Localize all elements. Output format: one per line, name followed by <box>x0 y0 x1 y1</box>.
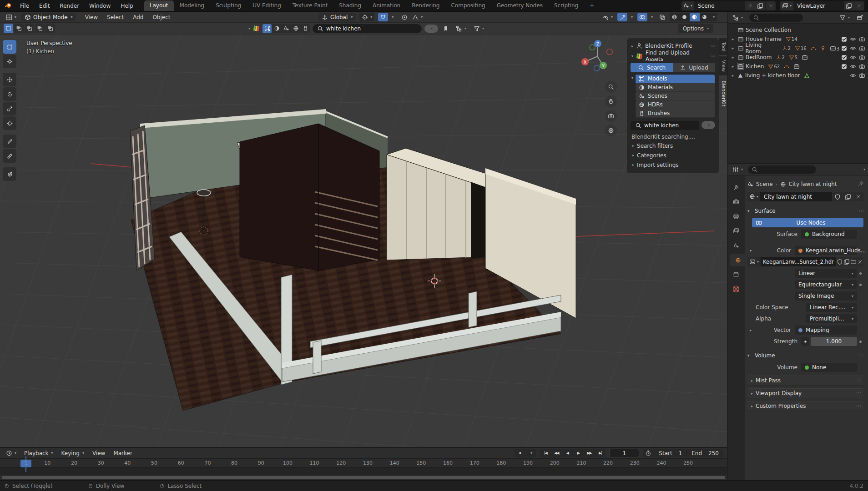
record-icon[interactable] <box>515 449 525 457</box>
tool-transform[interactable] <box>3 116 16 130</box>
playhead[interactable] <box>25 456 26 472</box>
render-visibility-icon[interactable] <box>859 72 865 79</box>
tab-geometry-nodes[interactable]: Geometry Nodes <box>491 0 548 11</box>
panel-viewport-display[interactable]: ▸Viewport Display∷∷ <box>747 388 863 398</box>
outliner-search[interactable] <box>749 14 803 22</box>
tab-rendering[interactable]: Rendering <box>406 0 445 11</box>
image-name-field[interactable]: KeeganLarw...Sunset_2.hdr <box>761 257 836 266</box>
outliner-row-living-kichen-floor[interactable]: ▸living + kichen floor <box>728 71 867 80</box>
shading-dropdown[interactable]: ▾ <box>710 13 717 21</box>
selectability-checkbox[interactable] <box>841 64 847 70</box>
tool-select-box[interactable] <box>3 40 16 54</box>
render-visibility-icon[interactable] <box>859 54 865 60</box>
breadcrumb-world[interactable]: City lawn at night <box>789 181 837 187</box>
ortho-toggle-icon[interactable] <box>605 125 617 136</box>
tab-scene[interactable] <box>729 239 743 252</box>
timeline-ruler[interactable]: 1 10203040506070809010011012013014015016… <box>0 459 727 468</box>
snap-toggle[interactable] <box>378 13 388 21</box>
selectability-checkbox[interactable] <box>841 36 847 42</box>
shading-solid[interactable] <box>680 13 690 21</box>
tab-animation[interactable]: Animation <box>367 0 406 11</box>
current-frame-field[interactable]: 1 <box>609 449 639 457</box>
asset-type-item-scenes[interactable]: Scenes <box>636 92 715 100</box>
tool-add-cube[interactable] <box>3 167 16 181</box>
surface-panel-header[interactable]: ▾ Surface ∷∷ <box>747 206 863 216</box>
unlink-image-button[interactable] <box>857 257 863 266</box>
outliner-filter-dropdown[interactable]: ▾ <box>837 13 852 22</box>
tab-upload[interactable]: Upload <box>673 63 715 72</box>
outliner-row-bedroom[interactable]: ▸BedRoom25 <box>728 53 867 62</box>
render-visibility-icon[interactable] <box>859 36 865 42</box>
search-history-dropdown[interactable]: ▾ <box>424 25 438 33</box>
menu-keying[interactable]: Keying▾ <box>58 449 88 458</box>
tab-output[interactable] <box>729 210 743 223</box>
collapse-icon[interactable]: ▾ <box>248 26 250 30</box>
tool-annotate[interactable] <box>3 135 16 148</box>
select-mode-intersect[interactable] <box>45 24 55 33</box>
source-dropdown[interactable]: Single Image▾ <box>795 291 857 301</box>
tool-move[interactable] <box>3 73 16 86</box>
tab-world[interactable] <box>730 254 746 266</box>
use-nodes-button[interactable]: Use Nodes <box>752 218 863 227</box>
end-frame-field[interactable]: End250 <box>686 450 723 456</box>
tab-texture-paint[interactable]: Texture Paint <box>287 0 333 11</box>
viewlayer-name[interactable]: ViewLayer <box>793 3 843 9</box>
panel-mist-pass[interactable]: ▸Mist Pass∷∷ <box>747 376 863 386</box>
xray-toggle[interactable] <box>657 13 667 21</box>
world-name-field[interactable]: City lawn at night <box>760 192 832 201</box>
tab-render[interactable] <box>729 195 743 208</box>
scene-datablock-icon[interactable]: ▾ <box>681 1 694 10</box>
menu-select[interactable]: Select <box>103 14 127 20</box>
expander-icon[interactable]: ▸ <box>730 64 736 69</box>
filter-dropdown[interactable]: ▾ <box>471 24 486 33</box>
zoom-icon[interactable] <box>605 81 617 93</box>
expander-icon[interactable]: ▸ <box>730 46 736 50</box>
asset-type-item-materials[interactable]: Materials <box>636 83 715 92</box>
select-mode-new[interactable] <box>4 24 13 33</box>
panel-search-input[interactable] <box>644 122 695 129</box>
menu-edit[interactable]: Edit <box>35 1 54 10</box>
asset-browser-dropdown[interactable]: ▾ <box>454 24 469 33</box>
menu-marker[interactable]: Marker <box>110 449 136 458</box>
pan-hand-icon[interactable] <box>605 95 617 107</box>
surface-shader-field[interactable]: Background <box>801 230 857 239</box>
options-button[interactable]: Options▾ <box>678 24 713 33</box>
outliner-row-living-room[interactable]: ▸Living Room2163 <box>728 44 867 53</box>
tab-collection[interactable] <box>729 268 743 281</box>
use-preview-range-icon[interactable] <box>643 450 654 456</box>
hide-eye-icon[interactable] <box>850 45 856 51</box>
tab-view-layer[interactable] <box>729 225 743 237</box>
tab-sculpting[interactable]: Sculpting <box>210 0 247 11</box>
proportional-edit-toggle[interactable] <box>399 13 409 21</box>
object-visibility-dropdown[interactable]: ▾ <box>600 13 615 21</box>
delete-scene-button[interactable] <box>766 1 776 10</box>
projection-dropdown[interactable]: Equirectangular▾ <box>795 280 857 289</box>
tab-texture[interactable] <box>729 283 743 296</box>
panel-search-history[interactable]: ▾ <box>701 121 715 129</box>
side-tab-blenderkit[interactable]: BlenderKit <box>719 77 727 110</box>
asset-type-scenes[interactable] <box>282 24 291 33</box>
render-visibility-icon[interactable] <box>859 45 865 51</box>
add-workspace-button[interactable]: + <box>584 0 600 11</box>
bookmark-icon[interactable] <box>441 24 451 33</box>
pin-icon[interactable] <box>858 181 863 188</box>
overlays-toggle[interactable] <box>637 13 647 21</box>
properties-search[interactable] <box>748 165 816 174</box>
jump-to-end-button[interactable]: ▶| <box>595 449 606 457</box>
camera-view-icon[interactable] <box>605 110 617 122</box>
scene-name[interactable]: Scene <box>694 3 744 9</box>
hide-eye-icon[interactable] <box>850 36 856 42</box>
timeline-editor-type[interactable]: ▾ <box>4 449 19 457</box>
menu-file[interactable]: File <box>15 1 34 10</box>
menu-view[interactable]: View <box>89 449 109 458</box>
menu-help[interactable]: Help <box>116 1 137 10</box>
panel-custom-properties[interactable]: ▸Custom Properties∷∷ <box>747 401 863 411</box>
selectability-checkbox[interactable] <box>841 45 847 51</box>
editor-type-button[interactable]: ▾ <box>4 13 19 21</box>
tool-cursor[interactable] <box>3 55 16 68</box>
gizmos-toggle[interactable] <box>617 13 627 21</box>
section-search-filters[interactable]: ▸Search filters <box>630 141 716 150</box>
breadcrumb-scene[interactable]: Scene <box>756 181 773 187</box>
select-mode-subtract[interactable] <box>25 24 34 33</box>
color-input-field[interactable]: KeeganLarwin_Huds... <box>795 246 857 255</box>
